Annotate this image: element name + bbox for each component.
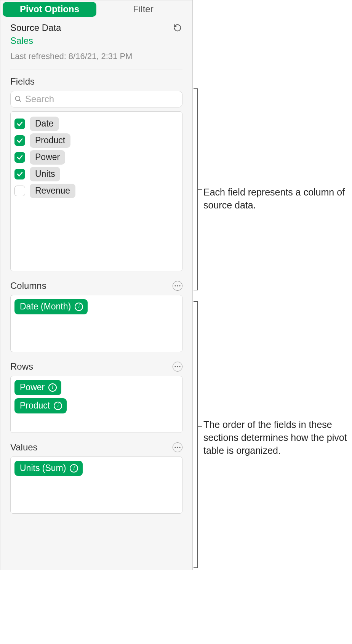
fields-list: Date Product Power (10, 111, 182, 271)
source-table-name: Sales (10, 35, 182, 46)
search-icon (14, 95, 22, 103)
values-heading: Values (10, 442, 38, 453)
rows-more-button[interactable] (173, 362, 182, 372)
checkbox-revenue[interactable] (14, 186, 25, 196)
fields-search-wrap[interactable] (10, 91, 182, 107)
field-pill[interactable]: Date (30, 117, 59, 131)
checkbox-power[interactable] (14, 152, 25, 163)
values-more-button[interactable] (173, 442, 182, 452)
callout-bracket-fields (197, 88, 198, 290)
field-item-units[interactable]: Units (14, 166, 178, 183)
svg-point-6 (177, 366, 178, 367)
info-icon[interactable]: i (54, 402, 62, 410)
check-icon (16, 154, 23, 161)
svg-point-8 (174, 447, 176, 448)
checkbox-date[interactable] (14, 119, 25, 129)
svg-point-9 (177, 447, 178, 448)
pill-label: Units (Sum) (20, 463, 66, 473)
info-icon[interactable]: i (70, 464, 78, 473)
checkbox-product[interactable] (14, 135, 25, 146)
row-field-power[interactable]: Power i (14, 380, 61, 395)
svg-point-2 (174, 285, 176, 286)
refresh-button[interactable] (173, 23, 182, 33)
svg-point-0 (16, 96, 20, 101)
pill-label: Power (20, 382, 45, 392)
source-data-title: Source Data (10, 22, 61, 33)
value-field-units-sum[interactable]: Units (Sum) i (14, 461, 83, 476)
pivot-options-panel: Pivot Options Filter Source Data Sales L… (0, 0, 193, 570)
field-item-product[interactable]: Product (14, 132, 178, 149)
field-pill[interactable]: Power (30, 150, 65, 165)
tab-filter[interactable]: Filter (96, 2, 190, 17)
fields-search-input[interactable] (25, 94, 178, 104)
row-field-product[interactable]: Product i (14, 398, 67, 413)
fields-heading: Fields (10, 76, 182, 87)
info-icon[interactable]: i (75, 303, 83, 311)
last-refreshed-label: Last refreshed: 8/16/21, 2:31 PM (10, 51, 182, 61)
field-pill[interactable]: Units (30, 167, 60, 181)
field-item-date[interactable]: Date (14, 115, 178, 132)
columns-more-button[interactable] (173, 281, 182, 291)
ellipsis-icon (174, 447, 181, 448)
check-icon (16, 120, 23, 127)
field-item-revenue[interactable]: Revenue (14, 183, 178, 199)
svg-point-4 (179, 285, 180, 286)
field-item-power[interactable]: Power (14, 149, 178, 166)
tab-pivot-options[interactable]: Pivot Options (3, 2, 96, 17)
callout-bracket-zones (197, 301, 198, 568)
checkbox-units[interactable] (14, 169, 25, 179)
refresh-icon (173, 24, 182, 32)
svg-point-3 (177, 285, 178, 286)
field-pill[interactable]: Product (30, 133, 70, 148)
rows-zone[interactable]: Power i Product i (10, 376, 182, 433)
callout-text-zones: The order of the fields in these section… (203, 418, 348, 457)
svg-line-1 (19, 100, 21, 102)
pill-label: Date (Month) (20, 301, 71, 312)
check-icon (16, 171, 23, 178)
callout-text-fields: Each field represents a column of source… (203, 186, 348, 212)
svg-point-7 (179, 366, 180, 367)
check-icon (16, 137, 23, 144)
ellipsis-icon (174, 285, 181, 287)
rows-heading: Rows (10, 361, 33, 372)
pill-label: Product (20, 400, 50, 411)
tabbar: Pivot Options Filter (0, 0, 192, 16)
field-pill[interactable]: Revenue (30, 184, 75, 198)
column-field-date-month[interactable]: Date (Month) i (14, 299, 88, 314)
columns-heading: Columns (10, 280, 46, 291)
columns-zone[interactable]: Date (Month) i (10, 295, 182, 352)
svg-point-5 (174, 366, 176, 367)
svg-point-10 (179, 447, 180, 448)
info-icon[interactable]: i (48, 383, 57, 392)
values-zone[interactable]: Units (Sum) i (10, 457, 182, 514)
ellipsis-icon (174, 366, 181, 367)
